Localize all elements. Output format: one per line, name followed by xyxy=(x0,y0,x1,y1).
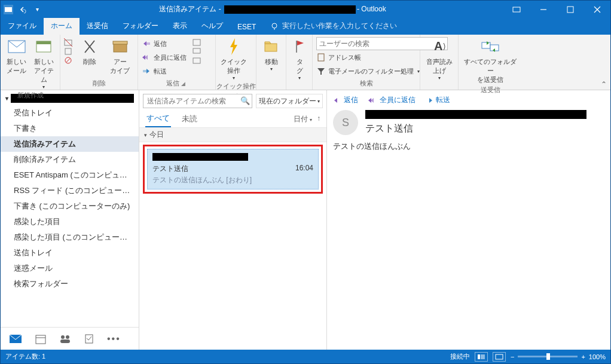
delete-button[interactable]: 削除 xyxy=(76,37,104,66)
tell-me[interactable]: 実行したい作業を入力してください xyxy=(263,18,404,35)
calendar-icon xyxy=(34,37,53,56)
group-delete: 削除 アー カイブ 削除 xyxy=(60,35,138,90)
meeting-icon[interactable] xyxy=(193,38,202,47)
folder-item[interactable]: 下書き (このコンピューターのみ) xyxy=(1,198,139,214)
svg-rect-24 xyxy=(193,48,200,53)
svg-rect-42 xyxy=(85,335,93,343)
read-reply-button[interactable]: 返信 xyxy=(333,95,358,105)
minimize-button[interactable] xyxy=(530,1,557,18)
folder-item[interactable]: 検索フォルダー xyxy=(1,276,139,292)
read-forward-button[interactable]: 転送 xyxy=(425,95,450,105)
svg-rect-19 xyxy=(114,44,127,52)
svg-rect-34 xyxy=(482,42,490,48)
tab-sendreceive[interactable]: 送受信 xyxy=(80,18,115,35)
svg-point-7 xyxy=(272,23,277,28)
nav-calendar-icon[interactable] xyxy=(35,334,46,344)
group-respond: 返信 全員に返信 転送 返信 ◢ xyxy=(138,35,216,90)
close-button[interactable] xyxy=(583,1,610,18)
folder-item[interactable]: 削除済みアイテム xyxy=(1,152,139,167)
nav-people-icon[interactable] xyxy=(59,334,71,344)
reply-button[interactable]: 返信 xyxy=(142,37,187,50)
folder-item[interactable]: 迷惑メール xyxy=(1,261,139,276)
sort-by-dropdown[interactable]: 日付 ▾ xyxy=(294,114,312,124)
tag-button[interactable]: タ グ▾ xyxy=(290,37,309,81)
message-search-input[interactable] xyxy=(143,94,252,108)
address-book-icon xyxy=(316,53,326,62)
flag-icon xyxy=(290,37,309,56)
search-scope-dropdown[interactable]: 現在のフォルダー▾ xyxy=(256,94,323,108)
tab-help[interactable]: ヘルプ xyxy=(194,18,230,35)
lightbulb-icon xyxy=(270,22,279,30)
svg-point-40 xyxy=(66,335,69,339)
read-aloud-button[interactable]: A音声読み 上げ▾ xyxy=(424,37,454,81)
filter-all[interactable]: すべて xyxy=(145,111,171,127)
send-receive-all-button[interactable]: すべてのフォルダー を送受信 xyxy=(462,37,518,84)
folder-item[interactable]: 感染した項目 (このコンピューターのみ) xyxy=(1,230,139,245)
svg-rect-21 xyxy=(146,42,150,45)
svg-rect-14 xyxy=(65,48,71,54)
svg-rect-43 xyxy=(478,354,480,359)
ignore-icon[interactable] xyxy=(64,38,74,47)
move-button[interactable]: 移動▾ xyxy=(260,37,282,72)
sort-direction-icon[interactable]: ↑ xyxy=(317,114,320,124)
filter-unread[interactable]: 未読 xyxy=(181,111,198,127)
group-sendreceive: すべてのフォルダー を送受信 送受信 xyxy=(459,35,522,90)
undo-icon[interactable] xyxy=(17,4,28,15)
folder-item[interactable]: 下書き xyxy=(1,121,139,136)
im-icon[interactable] xyxy=(193,47,202,56)
group-header-today[interactable]: ▾今日 xyxy=(139,127,326,142)
tab-home[interactable]: ホーム xyxy=(44,18,80,35)
status-item-count: アイテム数: 1 xyxy=(5,352,45,361)
read-reply-all-button[interactable]: 全員に返信 xyxy=(368,95,416,105)
svg-rect-29 xyxy=(296,41,297,53)
group-find: アドレス帳 電子メールのフィルター処理▾ 検索 xyxy=(313,35,420,90)
folder-item[interactable]: ESET Antispam (このコンピュータ… xyxy=(1,167,139,183)
junk-icon[interactable] xyxy=(64,56,74,65)
svg-rect-45 xyxy=(496,354,503,359)
folder-item[interactable]: RSS フィード (このコンピューターのみ) xyxy=(1,183,139,198)
folder-item[interactable]: 送信トレイ xyxy=(1,245,139,261)
svg-rect-1 xyxy=(5,7,12,12)
tab-view[interactable]: 表示 xyxy=(166,18,194,35)
svg-rect-25 xyxy=(193,58,200,63)
forward-icon xyxy=(142,66,151,76)
svg-point-39 xyxy=(61,335,65,339)
new-mail-button[interactable]: 新しい メール xyxy=(4,37,29,75)
nav-more-icon[interactable]: ••• xyxy=(107,334,121,344)
ribbon-display-button[interactable] xyxy=(503,1,530,18)
forward-icon xyxy=(425,97,433,104)
view-normal-icon[interactable] xyxy=(475,352,488,362)
folder-item[interactable]: 送信済みアイテム xyxy=(1,136,139,152)
message-from-redacted xyxy=(152,153,248,161)
svg-rect-41 xyxy=(60,339,70,343)
window-title: 送信済みアイテム - - Outlook xyxy=(42,4,503,14)
cleanup-icon[interactable] xyxy=(64,47,74,56)
tab-file[interactable]: ファイル xyxy=(1,18,44,35)
forward-button[interactable]: 転送 xyxy=(142,65,187,78)
lightning-icon xyxy=(224,37,243,56)
workspace: ▾ 受信トレイ下書き送信済みアイテム削除済みアイテムESET Antispam … xyxy=(1,90,610,350)
tab-folder[interactable]: フォルダー xyxy=(115,18,166,35)
folder-item[interactable]: 感染した項目 xyxy=(1,214,139,230)
zoom-slider[interactable] xyxy=(518,356,578,357)
dialog-launcher-icon[interactable]: ◢ xyxy=(181,81,187,87)
zoom-in-button[interactable]: + xyxy=(581,353,585,360)
nav-mail-icon[interactable] xyxy=(9,334,22,344)
quick-action-button[interactable]: クイック 操作▾ xyxy=(219,37,248,81)
new-items-button[interactable]: 新しい アイテム▾ xyxy=(32,37,57,90)
svg-rect-11 xyxy=(36,41,51,44)
view-reading-icon[interactable] xyxy=(493,352,506,362)
collapse-ribbon-icon[interactable]: ⌃ xyxy=(601,80,607,88)
folder-item[interactable]: 受信トレイ xyxy=(1,105,139,121)
zoom-out-button[interactable]: − xyxy=(511,353,514,360)
reply-all-button[interactable]: 全員に返信 xyxy=(142,51,187,64)
more-respond-icon[interactable] xyxy=(193,56,202,65)
search-icon[interactable]: 🔍 xyxy=(240,96,250,105)
tab-eset[interactable]: ESET xyxy=(230,20,263,35)
maximize-button[interactable] xyxy=(557,1,583,18)
svg-marker-32 xyxy=(317,68,325,75)
archive-button[interactable]: アー カイブ xyxy=(106,37,135,75)
qat-customize-icon[interactable]: ▾ xyxy=(32,4,42,15)
nav-tasks-icon[interactable] xyxy=(84,334,94,344)
message-item[interactable]: テスト送信16:04 テストの送信ほんぶん [おわり] xyxy=(147,149,319,189)
